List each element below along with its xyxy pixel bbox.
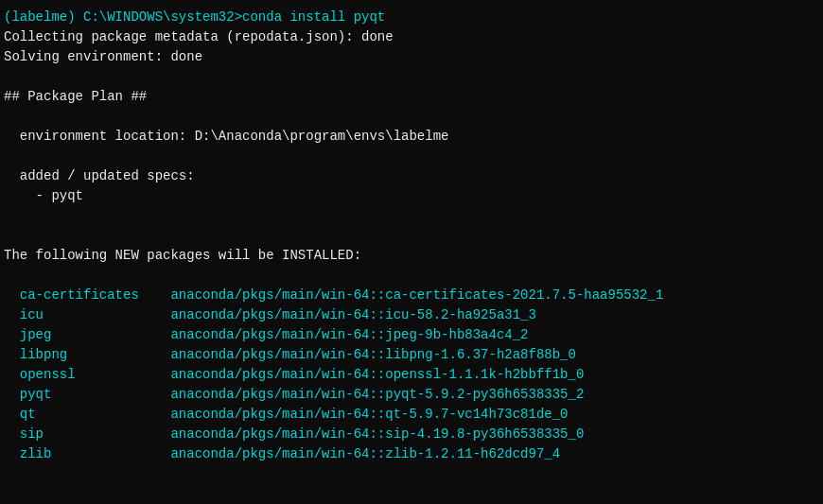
- terminal-line-jpeg: jpeg anaconda/pkgs/main/win-64::jpeg-9b-…: [4, 325, 819, 345]
- terminal-line-libpng: libpng anaconda/pkgs/main/win-64::libpng…: [4, 345, 819, 365]
- terminal-line-env-location: environment location: D:\Anaconda\progra…: [4, 127, 819, 147]
- terminal-line-new-packages: The following NEW packages will be INSTA…: [4, 246, 819, 266]
- terminal-line-empty4: [4, 206, 819, 226]
- terminal-line-solving: Solving environment: done: [4, 47, 819, 67]
- terminal-line-qt: qt anaconda/pkgs/main/win-64::qt-5.9.7-v…: [4, 405, 819, 425]
- terminal-line-ca-cert: ca-certificates anaconda/pkgs/main/win-6…: [4, 286, 819, 305]
- terminal-line-zlib: zlib anaconda/pkgs/main/win-64::zlib-1.2…: [4, 444, 819, 464]
- terminal-line-pyqt-spec: - pyqt: [4, 186, 819, 206]
- terminal-line-cmd-line: (labelme) C:\WINDOWS\system32>conda inst…: [4, 8, 819, 27]
- terminal-line-pyqt: pyqt anaconda/pkgs/main/win-64::pyqt-5.9…: [4, 385, 819, 405]
- terminal-line-icu: icu anaconda/pkgs/main/win-64::icu-58.2-…: [4, 305, 819, 325]
- terminal-line-empty2: [4, 107, 819, 127]
- terminal-line-empty7: [4, 464, 819, 484]
- terminal-line-empty1: [4, 67, 819, 87]
- terminal-line-sip: sip anaconda/pkgs/main/win-64::sip-4.19.…: [4, 425, 819, 444]
- terminal-line-empty3: [4, 147, 819, 166]
- terminal-line-empty6: [4, 266, 819, 286]
- terminal-line-package-plan: ## Package Plan ##: [4, 87, 819, 107]
- terminal-line-empty8: [4, 484, 819, 504]
- terminal-window: (labelme) C:\WINDOWS\system32>conda inst…: [0, 0, 823, 504]
- terminal-line-empty5: [4, 226, 819, 246]
- terminal-line-openssl: openssl anaconda/pkgs/main/win-64::opens…: [4, 365, 819, 385]
- terminal-line-collecting: Collecting package metadata (repodata.js…: [4, 27, 819, 47]
- terminal-line-added-specs: added / updated specs:: [4, 166, 819, 186]
